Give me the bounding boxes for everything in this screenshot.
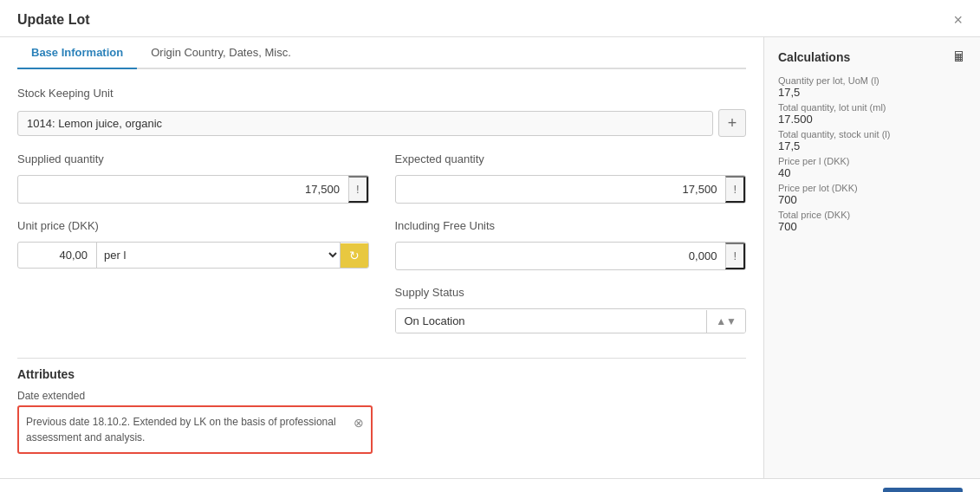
expected-qty-input[interactable] [396,178,726,201]
unit-price-label: Unit price (DKK) [17,219,369,232]
calc-item-4: Price per lot (DKK) 700 [778,183,966,206]
tab-origin-country[interactable]: Origin Country, Dates, Misc. [137,37,305,69]
sku-field-group: Stock Keeping Unit + [17,87,746,152]
tabs-bar: Base Information Origin Country, Dates, … [17,37,746,69]
calc-label-5: Total price (DKK) [778,210,966,220]
calc-value-4: 700 [778,193,966,206]
calc-item-5: Total price (DKK) 700 [778,210,966,233]
expected-qty-unit-btn[interactable]: ! [725,176,745,203]
including-free-input[interactable] [396,244,726,268]
calc-label-3: Price per l (DKK) [778,156,966,166]
update-lot-modal: Update Lot × Base Information Origin Cou… [0,0,980,492]
calculations-panel: Calculations 🖩 Quantity per lot, UoM (l)… [763,37,980,478]
modal-title: Update Lot [17,12,90,28]
calc-value-2: 17,5 [778,139,966,152]
expected-qty-input-row: ! [395,175,747,204]
add-sku-button[interactable]: + [718,109,746,137]
date-extended-attribute: Date extended Previous date 18.10.2. Ext… [17,390,746,454]
date-extended-text: Previous date 18.10.2. Extended by LK on… [26,414,350,445]
calc-item-2: Total quantity, stock unit (l) 17,5 [778,129,966,152]
date-extended-label: Date extended [17,390,746,402]
supply-status-group: Supply Status On Location In Transit Ord… [395,286,747,333]
calc-value-3: 40 [778,166,966,179]
including-free-group: Including Free Units ! [395,219,747,270]
sku-label: Stock Keeping Unit [17,87,746,100]
expected-qty-label: Expected quantity [395,152,747,165]
supplied-qty-input[interactable] [18,178,348,201]
sku-input[interactable] [17,111,713,136]
supply-status-select[interactable]: On Location In Transit Ordered [396,309,707,333]
date-extended-textarea: Previous date 18.10.2. Extended by LK on… [26,414,364,445]
refresh-price-button[interactable]: ↻ [341,243,368,268]
modal-footer: 💾 Save [0,478,980,492]
supply-status-select-row: On Location In Transit Ordered ▲▼ [395,308,747,333]
supply-status-grid: Supply Status On Location In Transit Ord… [17,286,746,333]
calc-label-1: Total quantity, lot unit (ml) [778,102,966,113]
calc-label-2: Total quantity, stock unit (l) [778,129,966,139]
price-fields-grid: Unit price (DKK) per l ↻ Including Free … [17,219,746,270]
close-button[interactable]: × [953,12,963,28]
modal-header: Update Lot × [0,0,980,37]
calc-label-0: Quantity per lot, UoM (l) [778,75,966,86]
including-free-label: Including Free Units [395,219,747,232]
calc-value-1: 17.500 [778,113,966,126]
unit-price-row: per l ↻ [17,242,369,269]
calc-item-1: Total quantity, lot unit (ml) 17.500 [778,102,966,126]
attributes-section: Attributes Date extended Previous date 1… [17,358,746,461]
calc-label-4: Price per lot (DKK) [778,183,966,193]
calc-value-0: 17,5 [778,86,966,99]
modal-body: Base Information Origin Country, Dates, … [0,37,980,478]
supplied-qty-label: Supplied quantity [17,152,369,165]
calc-item-3: Price per l (DKK) 40 [778,156,966,179]
calculator-icon: 🖩 [952,49,966,65]
attributes-title: Attributes [17,358,746,381]
supply-status-label: Supply Status [395,286,747,299]
supplied-qty-input-row: ! [17,175,369,204]
unit-price-select[interactable]: per l [96,243,341,268]
supplied-qty-unit-btn[interactable]: ! [348,176,368,203]
supplied-qty-group: Supplied quantity ! [17,152,369,204]
sku-row: + [17,109,746,137]
calc-item-0: Quantity per lot, UoM (l) 17,5 [778,75,966,99]
unit-price-group: Unit price (DKK) per l ↻ [17,219,369,270]
date-extended-textarea-wrapper: Previous date 18.10.2. Extended by LK on… [17,405,373,454]
calculations-header: Calculations 🖩 [778,49,966,65]
including-free-input-row: ! [395,242,747,270]
calculations-title: Calculations [778,50,850,64]
calc-value-5: 700 [778,220,966,233]
unit-price-input[interactable] [18,243,96,267]
supply-select-arrow-icon: ▲▼ [706,310,745,333]
including-free-unit-btn[interactable]: ! [725,243,745,269]
qty-fields-grid: Supplied quantity ! Expected quantity ! [17,152,746,204]
clear-date-extended-icon[interactable]: ⊗ [354,414,364,432]
main-content: Base Information Origin Country, Dates, … [0,37,763,478]
expected-qty-group: Expected quantity ! [395,152,747,204]
save-button[interactable]: 💾 Save [883,488,963,492]
tab-base-information[interactable]: Base Information [17,37,137,69]
